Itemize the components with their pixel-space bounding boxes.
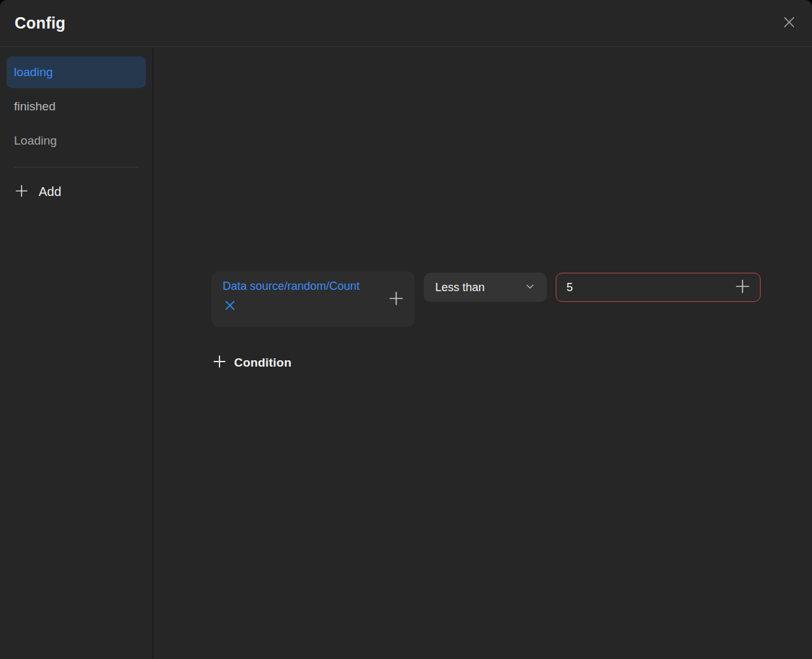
sidebar-item-label: loading (14, 65, 53, 79)
condition-source-chip[interactable]: Data source/random/Count (211, 271, 415, 327)
sidebar-divider (14, 167, 138, 167)
condition-row: Data source/random/Count (211, 271, 761, 327)
dialog-header: Config (0, 0, 812, 47)
plus-icon (734, 278, 751, 297)
operator-dropdown-value: Less than (435, 281, 485, 294)
remove-source-button[interactable] (223, 299, 237, 314)
add-condition-button[interactable]: Condition (212, 354, 291, 371)
page-title: Config (15, 14, 65, 32)
close-button[interactable] (781, 14, 797, 32)
sidebar-item-label: Loading (14, 134, 57, 148)
chevron-down-icon (524, 280, 536, 295)
add-value-button[interactable] (734, 278, 751, 297)
sidebar-item-label: finished (14, 100, 56, 114)
sidebar-item-loading[interactable]: loading (6, 56, 146, 88)
plus-icon (14, 183, 29, 200)
source-path-label: Data source/random/Count (223, 280, 360, 293)
add-condition-label: Condition (234, 356, 291, 370)
config-dialog: Config loading finished Loading (0, 0, 812, 659)
clear-x-icon (223, 299, 237, 314)
add-source-button[interactable] (388, 290, 405, 309)
main-panel: Data source/random/Count (155, 48, 812, 659)
plus-icon (388, 290, 405, 309)
condition-value-field (556, 273, 761, 302)
operator-dropdown[interactable]: Less than (424, 273, 547, 302)
sidebar: loading finished Loading Add (0, 48, 154, 659)
sidebar-item-loading-2[interactable]: Loading (6, 125, 146, 157)
condition-value-input[interactable] (559, 273, 734, 301)
source-chip-content: Data source/random/Count (223, 271, 360, 327)
add-button[interactable]: Add (6, 183, 62, 200)
close-icon (781, 14, 797, 32)
add-button-label: Add (39, 185, 62, 199)
plus-icon (212, 354, 227, 371)
sidebar-item-finished[interactable]: finished (6, 91, 146, 122)
